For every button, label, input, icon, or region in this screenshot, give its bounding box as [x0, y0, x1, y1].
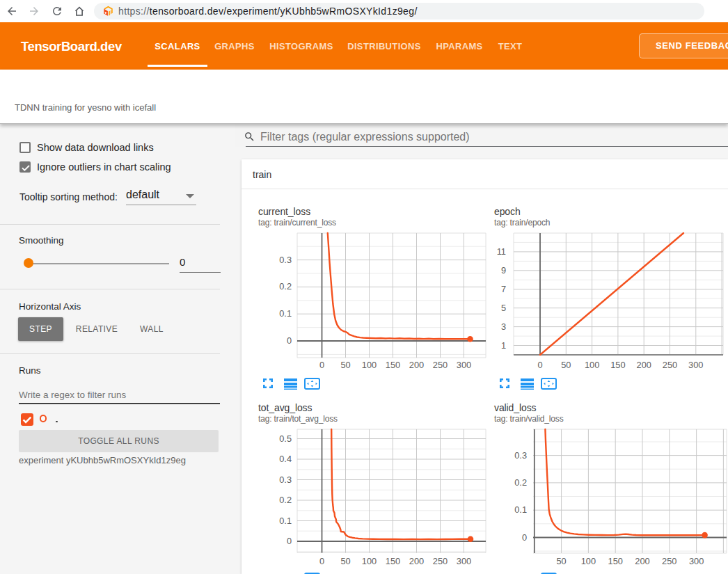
svg-text:0.3: 0.3 [279, 475, 292, 485]
svg-text:0.1: 0.1 [279, 516, 292, 526]
svg-text:0: 0 [537, 360, 542, 370]
svg-text:250: 250 [433, 360, 448, 370]
svg-text:300: 300 [457, 360, 471, 370]
svg-text:50: 50 [340, 556, 350, 566]
svg-text:50: 50 [340, 360, 350, 370]
svg-text:0.2: 0.2 [279, 281, 292, 292]
svg-text:250: 250 [433, 556, 448, 566]
svg-text:0: 0 [522, 532, 527, 543]
svg-text:250: 250 [662, 556, 676, 566]
svg-text:100: 100 [581, 556, 596, 566]
svg-text:0: 0 [319, 556, 324, 566]
svg-text:0.4: 0.4 [279, 454, 292, 464]
svg-text:200: 200 [635, 556, 649, 566]
svg-text:9: 9 [501, 265, 506, 276]
svg-text:300: 300 [457, 556, 471, 566]
svg-text:150: 150 [386, 556, 400, 566]
svg-text:50: 50 [556, 556, 566, 566]
svg-text:1: 1 [501, 340, 506, 351]
svg-text:0.2: 0.2 [279, 495, 292, 505]
svg-text:150: 150 [608, 556, 623, 566]
svg-text:0.1: 0.1 [279, 308, 292, 319]
svg-text:100: 100 [585, 360, 599, 370]
svg-text:0.2: 0.2 [514, 477, 527, 488]
svg-text:300: 300 [689, 556, 704, 566]
svg-text:150: 150 [386, 360, 400, 370]
svg-text:0: 0 [287, 536, 292, 546]
svg-text:100: 100 [362, 556, 377, 566]
svg-text:150: 150 [610, 360, 625, 370]
svg-text:3: 3 [501, 321, 506, 332]
svg-text:100: 100 [362, 360, 377, 370]
svg-text:200: 200 [409, 556, 424, 566]
svg-text:7: 7 [501, 284, 506, 294]
svg-text:250: 250 [663, 360, 677, 370]
svg-text:5: 5 [501, 303, 506, 313]
svg-text:50: 50 [561, 360, 571, 370]
svg-text:0.3: 0.3 [279, 255, 292, 265]
svg-text:11: 11 [497, 246, 506, 257]
svg-text:200: 200 [409, 360, 424, 370]
svg-text:0.1: 0.1 [514, 504, 527, 515]
svg-text:200: 200 [637, 360, 651, 370]
svg-text:0: 0 [319, 360, 324, 370]
svg-text:0.5: 0.5 [279, 433, 292, 444]
svg-text:300: 300 [688, 360, 703, 370]
svg-text:0: 0 [287, 335, 292, 346]
svg-text:0.3: 0.3 [514, 450, 527, 461]
